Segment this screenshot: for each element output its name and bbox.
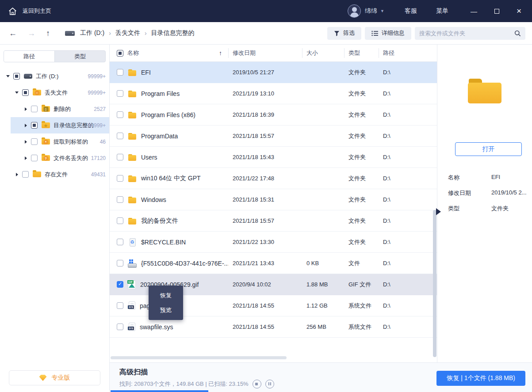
column-name-label: 名称 <box>127 49 139 57</box>
column-header-path[interactable]: 路径 <box>379 45 437 61</box>
name-cell: swapfile.sys <box>110 323 228 331</box>
row-checkbox[interactable] <box>117 260 123 266</box>
row-checkbox[interactable] <box>117 69 123 76</box>
search-input[interactable] <box>419 30 514 37</box>
column-header-type[interactable]: 类型 <box>344 45 379 61</box>
user-avatar[interactable] <box>348 4 361 18</box>
name-cell: win10 64位 中文 GPT <box>110 174 228 183</box>
recover-button[interactable]: 恢复 | 1个文件 (1.88 MB) <box>436 371 525 386</box>
tree-item[interactable]: 提取到标签的 46 <box>0 133 109 150</box>
nav-forward-button[interactable]: → <box>27 29 35 37</box>
row-checkbox[interactable] <box>117 133 123 139</box>
tree-checkbox[interactable] <box>31 155 38 161</box>
tree-item[interactable]: 丢失文件 99999+ <box>0 84 109 101</box>
file-type: 系统文件 <box>344 302 379 310</box>
detail-row: 名称 EFI <box>448 174 528 182</box>
column-header-name[interactable]: 名称 ↑ <box>110 45 228 61</box>
column-header-date[interactable]: 修改日期 <box>228 45 302 61</box>
row-checkbox[interactable] <box>117 154 123 160</box>
row-checkbox[interactable] <box>117 111 123 118</box>
select-all-checkbox[interactable] <box>117 50 123 57</box>
details-button[interactable]: 详细信息 <box>365 27 411 40</box>
file-type: 文件夹 <box>344 90 379 98</box>
expand-arrow-icon[interactable] <box>22 156 29 160</box>
tree-item[interactable]: 工作 (D:) 99999+ <box>0 68 109 84</box>
row-checkbox[interactable] <box>117 302 123 309</box>
file-path: D:\ <box>379 175 437 182</box>
file-type: GIF 文件 <box>344 281 379 289</box>
panel-collapse-toggle[interactable] <box>436 208 441 215</box>
expand-arrow-icon[interactable] <box>4 75 11 77</box>
back-to-home-button[interactable]: 返回到主页 <box>8 7 51 16</box>
sidebar-tab[interactable]: 路径 <box>4 51 54 62</box>
row-checkbox[interactable] <box>117 196 123 203</box>
tree-checkbox[interactable] <box>31 122 38 129</box>
expand-arrow-icon[interactable] <box>22 140 29 144</box>
user-menu-caret-icon[interactable]: ▼ <box>380 9 384 13</box>
table-row[interactable]: 我的备份文件 2021/1/18 15:57 文件夹 D:\ <box>110 210 437 232</box>
nav-back-button[interactable]: ← <box>9 29 17 37</box>
table-row[interactable]: Program Files (x86) 2021/1/18 16:39 文件夹 … <box>110 104 437 126</box>
stop-scan-button[interactable] <box>253 380 261 388</box>
tree-item-label: 工作 (D:) <box>36 72 58 80</box>
table-row[interactable]: Program Files 2021/1/19 13:10 文件夹 D:\ <box>110 83 437 104</box>
file-size: 0 KB <box>302 260 344 266</box>
tree-checkbox[interactable] <box>22 89 29 96</box>
table-row[interactable]: EFI 2019/10/5 21:27 文件夹 D:\ <box>110 62 437 83</box>
table-row[interactable]: win10 64位 中文 GPT 2021/1/22 17:48 文件夹 D:\ <box>110 168 437 189</box>
minimize-button[interactable]: — <box>471 8 477 15</box>
context-menu-item[interactable]: 恢复 <box>149 288 183 303</box>
close-button[interactable]: × <box>517 6 521 16</box>
pause-scan-button[interactable] <box>265 380 274 388</box>
expand-arrow-icon[interactable] <box>13 91 20 94</box>
maximize-button[interactable] <box>494 9 499 14</box>
pro-version-button[interactable]: 专业版 <box>9 370 100 385</box>
expand-arrow-icon[interactable] <box>22 107 29 111</box>
table-row[interactable]: $RECYCLE.BIN 2021/1/22 13:30 文件夹 D:\ <box>110 232 437 253</box>
tree-item[interactable]: 存在文件 49431 <box>0 166 109 183</box>
tree-checkbox[interactable] <box>13 73 20 80</box>
table-row[interactable]: Users 2021/1/18 15:43 文件夹 D:\ <box>110 147 437 168</box>
context-menu-item[interactable]: 预览 <box>149 303 183 317</box>
filter-button[interactable]: 筛选 <box>327 27 361 40</box>
name-cell: ProgramData <box>110 132 228 141</box>
table-row[interactable]: {F551C0D8-4D37-441c-976E-... 2021/1/21 1… <box>110 253 437 274</box>
nav-up-button[interactable]: ↑ <box>46 29 50 37</box>
tree-item[interactable]: 文件名丢失的 17120 <box>0 150 109 166</box>
sort-ascending-icon[interactable]: ↑ <box>219 49 222 57</box>
row-checkbox[interactable] <box>117 239 123 245</box>
expand-arrow-icon[interactable] <box>13 173 20 176</box>
row-checkbox[interactable] <box>117 175 123 182</box>
table-row[interactable]: Windows 2021/1/18 15:31 文件夹 D:\ <box>110 189 437 210</box>
detail-label: 修改日期 <box>448 189 491 197</box>
tree-checkbox[interactable] <box>31 138 38 145</box>
file-path: D:\ <box>379 302 437 309</box>
sidebar-tab[interactable]: 类型 <box>54 51 105 62</box>
row-checkbox[interactable] <box>117 323 123 330</box>
row-checkbox[interactable] <box>117 217 123 224</box>
open-button[interactable]: 打开 <box>455 142 522 156</box>
column-header-size[interactable]: 大小 <box>302 45 344 61</box>
tree-item[interactable]: 删除的 2527 <box>0 101 109 117</box>
name-cell: {F551C0D8-4D37-441c-976E-... <box>110 259 228 268</box>
tree-checkbox[interactable] <box>31 106 38 112</box>
tree-item[interactable]: 目录信息完整的 99999+ <box>0 117 109 133</box>
horizontal-scrollbar[interactable] <box>111 356 287 359</box>
expand-arrow-icon[interactable] <box>22 124 29 127</box>
vertical-scrollbar[interactable] <box>433 210 436 357</box>
gem-icon <box>39 375 47 381</box>
tree-checkbox[interactable] <box>22 171 29 178</box>
search-icon[interactable] <box>514 30 521 37</box>
row-checkbox[interactable] <box>117 281 123 288</box>
file-details: 名称 EFI 修改日期 2019/10/5 2... 类型 文件夹 <box>448 174 528 220</box>
table-row[interactable]: ProgramData 2021/1/18 15:57 文件夹 D:\ <box>110 126 437 147</box>
menu-link[interactable]: 菜单 <box>436 7 448 15</box>
support-link[interactable]: 客服 <box>405 7 417 15</box>
file-path: D:\ <box>379 239 437 245</box>
row-checkbox[interactable] <box>117 90 123 97</box>
username[interactable]: 绵绵 <box>365 7 377 15</box>
breadcrumb-item[interactable]: 工作 (D:) <box>80 29 104 37</box>
breadcrumb-item[interactable]: 丢失文件 <box>115 29 140 37</box>
drive-icon <box>65 31 75 36</box>
breadcrumb-item[interactable]: 目录信息完整的 <box>151 29 195 37</box>
